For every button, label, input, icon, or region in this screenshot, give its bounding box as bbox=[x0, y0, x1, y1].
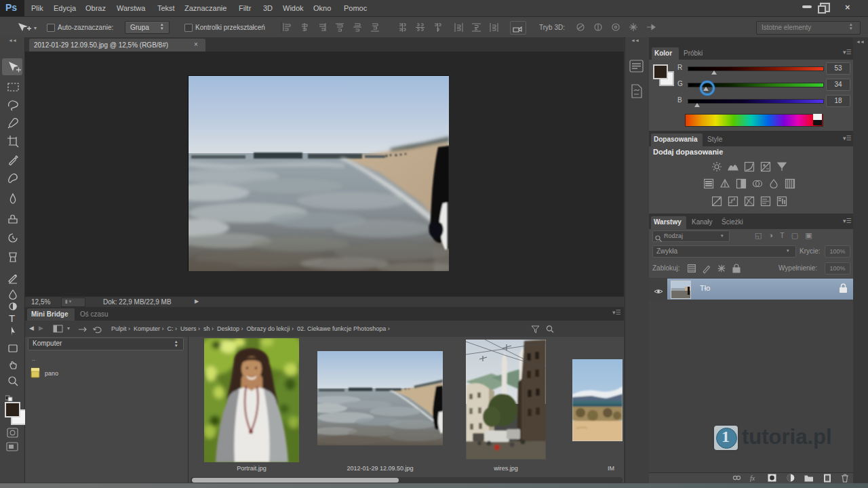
svg-text:T: T bbox=[9, 312, 15, 324]
svg-text:fx: fx bbox=[750, 474, 755, 482]
